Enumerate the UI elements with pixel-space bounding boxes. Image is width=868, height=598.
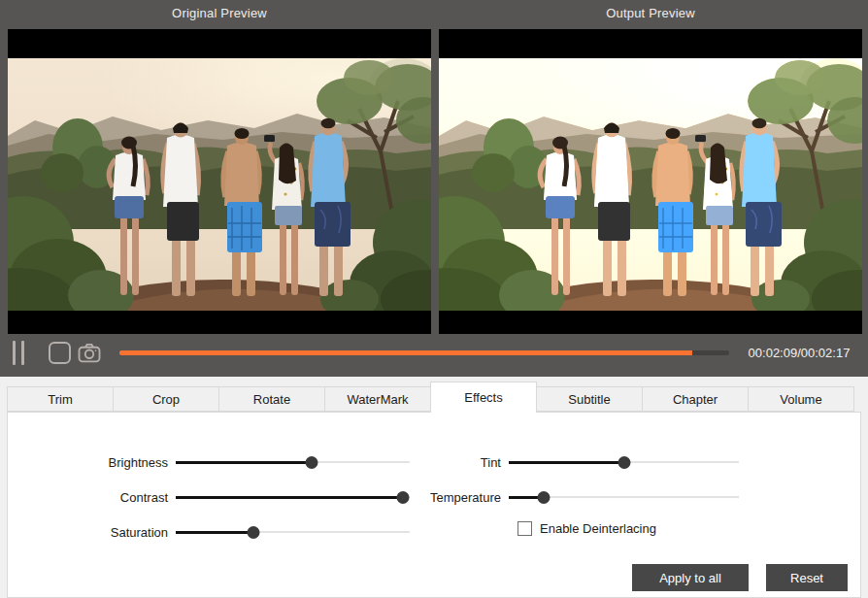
- tab-subtitle[interactable]: Subtitle: [536, 386, 643, 412]
- contrast-label: Contrast: [20, 490, 176, 505]
- deinterlacing-checkbox[interactable]: [517, 521, 532, 536]
- output-preview-title: Output Preview: [439, 6, 862, 20]
- tab-volume[interactable]: Volume: [748, 386, 854, 412]
- deinterlacing-label: Enable Deinterlacing: [540, 521, 656, 536]
- effects-panel: Brightness Contrast Saturation Tint: [7, 412, 861, 598]
- app-window: Original Preview Output Preview 00:02:09…: [0, 0, 868, 598]
- tint-slider-handle[interactable]: [618, 456, 630, 469]
- temperature-slider[interactable]: [509, 489, 739, 505]
- progress-fill: [119, 350, 692, 355]
- pause-icon: [21, 341, 24, 365]
- tab-watermark[interactable]: WaterMark: [324, 386, 431, 412]
- enable-deinterlacing-checkbox-row[interactable]: Enable Deinterlacing: [517, 521, 656, 536]
- reset-button[interactable]: Reset: [766, 564, 848, 591]
- seek-bar[interactable]: [119, 350, 729, 355]
- camera-icon: [80, 345, 100, 362]
- tint-label: Tint: [353, 455, 509, 470]
- saturation-label: Saturation: [20, 525, 176, 540]
- saturation-slider[interactable]: [176, 524, 410, 540]
- apply-to-all-button[interactable]: Apply to all: [632, 564, 749, 591]
- saturation-slider-row: Saturation: [20, 524, 410, 540]
- output-preview-video[interactable]: [439, 29, 862, 334]
- tab-trim[interactable]: Trim: [7, 386, 114, 412]
- tab-rotate[interactable]: Rotate: [218, 386, 325, 412]
- time-display: 00:02:09/00:02:17: [736, 346, 862, 360]
- tint-slider-row: Tint: [353, 454, 739, 470]
- tab-crop[interactable]: Crop: [113, 386, 219, 412]
- tab-effects[interactable]: Effects: [430, 382, 537, 413]
- brightness-label: Brightness: [20, 455, 176, 470]
- pause-button[interactable]: [13, 341, 24, 365]
- original-preview-video[interactable]: [8, 29, 431, 334]
- brightness-slider-row: Brightness: [20, 454, 410, 470]
- saturation-slider-handle[interactable]: [247, 526, 259, 539]
- pause-icon: [13, 341, 16, 365]
- temperature-slider-row: Temperature: [353, 489, 739, 505]
- stop-button[interactable]: [49, 342, 71, 364]
- tab-chapter[interactable]: Chapter: [642, 386, 749, 412]
- snapshot-camera-button[interactable]: [76, 339, 103, 366]
- contrast-slider-row: Contrast: [20, 489, 410, 505]
- original-video-frame: [8, 58, 431, 311]
- editor-tab-bar: Trim Crop Rotate WaterMark Effects Subti…: [7, 382, 861, 412]
- original-preview-title: Original Preview: [8, 6, 431, 20]
- temperature-label: Temperature: [353, 490, 509, 505]
- brightness-slider-handle[interactable]: [305, 456, 317, 469]
- temperature-slider-handle[interactable]: [537, 491, 550, 504]
- tint-slider[interactable]: [509, 454, 739, 470]
- output-video-frame: [439, 58, 862, 311]
